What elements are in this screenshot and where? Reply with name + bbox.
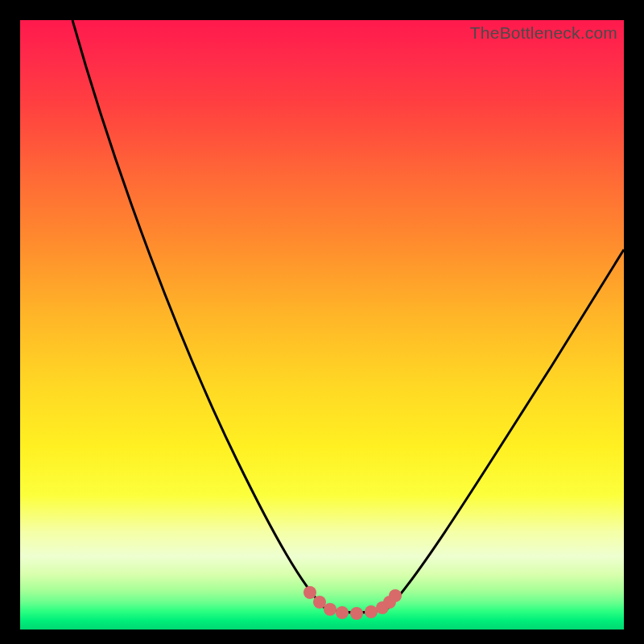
right-curve-path: [389, 250, 624, 608]
valley-dot: [313, 596, 326, 609]
valley-dot: [336, 606, 349, 619]
valley-dot: [303, 586, 316, 599]
chart-plot-area: TheBottleneck.com: [20, 20, 624, 630]
valley-dot: [389, 589, 402, 602]
valley-dot: [350, 607, 363, 620]
valley-dot: [365, 605, 378, 618]
left-curve-path: [72, 20, 324, 608]
valley-dots-group: [303, 586, 402, 620]
valley-dot: [324, 603, 336, 616]
watermark-text: TheBottleneck.com: [470, 23, 617, 43]
bottleneck-curve: [20, 20, 624, 630]
